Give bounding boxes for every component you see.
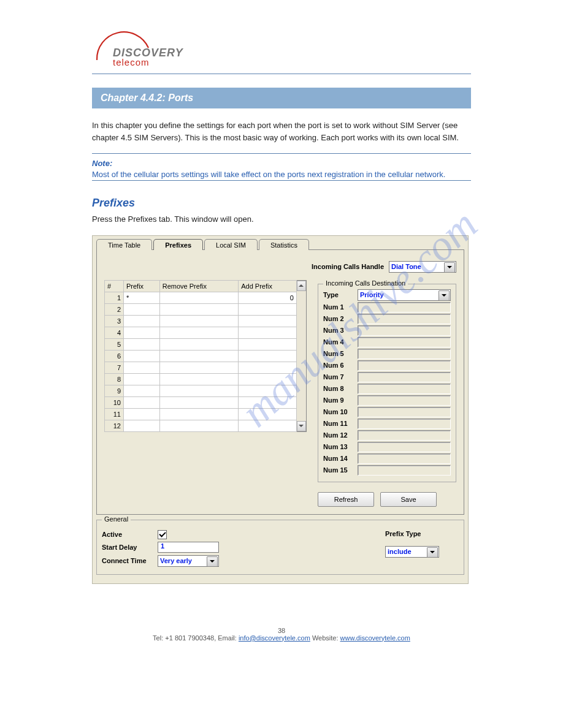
start-delay-input[interactable]: 1 bbox=[158, 542, 219, 553]
dest-num-field[interactable] bbox=[358, 302, 451, 313]
scrollbar[interactable] bbox=[297, 280, 307, 432]
cell-prefix[interactable] bbox=[124, 385, 160, 396]
cell-remove-prefix[interactable] bbox=[159, 420, 238, 431]
dest-num-field[interactable] bbox=[358, 453, 451, 464]
cell-add-prefix[interactable] bbox=[239, 385, 297, 396]
dest-num-field[interactable] bbox=[358, 360, 451, 371]
cell-remove-prefix[interactable] bbox=[159, 362, 238, 373]
table-row[interactable]: 7 bbox=[105, 362, 297, 373]
cell-add-prefix[interactable] bbox=[239, 420, 297, 431]
footer-email-link[interactable]: info@discoverytele.com bbox=[239, 634, 310, 642]
cell-prefix[interactable] bbox=[124, 303, 160, 315]
scroll-up-icon[interactable] bbox=[297, 281, 306, 291]
tab-statistics[interactable]: Statistics bbox=[259, 239, 309, 250]
chevron-down-icon bbox=[427, 547, 438, 558]
dest-num-label: Num 9 bbox=[323, 396, 354, 404]
page-footer: 38 Tel: +1 801 7900348, Email: info@disc… bbox=[92, 627, 471, 642]
cell-remove-prefix[interactable] bbox=[159, 292, 238, 303]
table-row[interactable]: 5 bbox=[105, 338, 297, 350]
incoming-calls-handle-select[interactable]: Dial Tone bbox=[389, 261, 456, 273]
cell-add-prefix[interactable] bbox=[239, 350, 297, 362]
row-number: 10 bbox=[105, 396, 124, 408]
save-button[interactable]: Save bbox=[380, 492, 437, 507]
cell-prefix[interactable] bbox=[124, 420, 160, 431]
cell-remove-prefix[interactable] bbox=[159, 350, 238, 362]
dest-num-field[interactable] bbox=[358, 419, 451, 429]
cell-remove-prefix[interactable] bbox=[159, 327, 238, 338]
cell-add-prefix[interactable] bbox=[239, 408, 297, 420]
cell-add-prefix[interactable] bbox=[239, 315, 297, 327]
config-panel: Time Table Prefixes Local SIM Statistics… bbox=[92, 235, 469, 584]
scroll-down-icon[interactable] bbox=[297, 421, 306, 431]
row-number: 1 bbox=[105, 292, 124, 303]
dest-num-field[interactable] bbox=[358, 430, 451, 441]
cell-remove-prefix[interactable] bbox=[159, 385, 238, 396]
cell-remove-prefix[interactable] bbox=[159, 396, 238, 408]
cell-prefix[interactable] bbox=[124, 362, 160, 373]
cell-add-prefix[interactable] bbox=[239, 396, 297, 408]
cell-prefix[interactable] bbox=[124, 408, 160, 420]
cell-remove-prefix[interactable] bbox=[159, 338, 238, 350]
cell-prefix[interactable] bbox=[124, 396, 160, 408]
table-row[interactable]: 11 bbox=[105, 408, 297, 420]
connect-time-value: Very early bbox=[160, 557, 192, 564]
dest-type-value: Priority bbox=[360, 291, 384, 298]
cell-prefix[interactable] bbox=[124, 327, 160, 338]
dest-num-field[interactable] bbox=[358, 442, 451, 452]
cell-add-prefix[interactable]: 0 bbox=[239, 292, 297, 303]
row-number: 5 bbox=[105, 338, 124, 350]
tab-time-table[interactable]: Time Table bbox=[96, 239, 152, 250]
cell-add-prefix[interactable] bbox=[239, 327, 297, 338]
dest-num-field[interactable] bbox=[358, 372, 451, 382]
dest-num-field[interactable] bbox=[358, 314, 451, 324]
footer-email-label: Email: bbox=[218, 634, 237, 642]
dest-num-field[interactable] bbox=[358, 384, 451, 394]
table-row[interactable]: 8 bbox=[105, 373, 297, 385]
cell-remove-prefix[interactable] bbox=[159, 408, 238, 420]
general-group: General Active Start Delay 1 bbox=[96, 520, 464, 575]
table-row[interactable]: 6 bbox=[105, 350, 297, 362]
dest-num-field[interactable] bbox=[358, 349, 451, 359]
refresh-button[interactable]: Refresh bbox=[318, 492, 374, 507]
dest-num-field[interactable] bbox=[358, 465, 451, 476]
cell-remove-prefix[interactable] bbox=[159, 373, 238, 385]
cell-add-prefix[interactable] bbox=[239, 338, 297, 350]
cell-add-prefix[interactable] bbox=[239, 362, 297, 373]
dest-num-field[interactable] bbox=[358, 395, 451, 406]
prefix-type-select[interactable]: include bbox=[385, 546, 439, 558]
table-row[interactable]: 4 bbox=[105, 327, 297, 338]
footer-tel: +1 801 7900348 bbox=[165, 634, 214, 642]
cell-remove-prefix[interactable] bbox=[159, 303, 238, 315]
cell-prefix[interactable] bbox=[124, 315, 160, 327]
table-row[interactable]: 12 bbox=[105, 420, 297, 431]
tab-prefixes[interactable]: Prefixes bbox=[153, 239, 203, 250]
cell-remove-prefix[interactable] bbox=[159, 315, 238, 327]
dest-number-row: Num 15 bbox=[323, 465, 451, 476]
active-checkbox[interactable] bbox=[158, 530, 167, 539]
cell-prefix[interactable] bbox=[124, 338, 160, 350]
tab-local-sim[interactable]: Local SIM bbox=[204, 239, 258, 250]
dest-number-row: Num 4 bbox=[323, 337, 451, 347]
table-row[interactable]: 10 bbox=[105, 396, 297, 408]
dest-num-field[interactable] bbox=[358, 407, 451, 417]
cell-prefix[interactable]: * bbox=[124, 292, 160, 303]
table-row[interactable]: 3 bbox=[105, 315, 297, 327]
cell-add-prefix[interactable] bbox=[239, 303, 297, 315]
table-row[interactable]: 2 bbox=[105, 303, 297, 315]
connect-time-label: Connect Time bbox=[102, 557, 154, 564]
connect-time-select[interactable]: Very early bbox=[158, 555, 219, 567]
table-row[interactable]: 9 bbox=[105, 385, 297, 396]
cell-add-prefix[interactable] bbox=[239, 373, 297, 385]
dest-number-row: Num 3 bbox=[323, 325, 451, 336]
dest-num-field[interactable] bbox=[358, 325, 451, 336]
dest-num-field[interactable] bbox=[358, 337, 451, 347]
table-row[interactable]: 1*0 bbox=[105, 292, 297, 303]
cell-prefix[interactable] bbox=[124, 350, 160, 362]
cell-prefix[interactable] bbox=[124, 373, 160, 385]
col-number: # bbox=[105, 280, 124, 292]
footer-site-link[interactable]: www.discoverytele.com bbox=[340, 634, 410, 642]
prefix-type-value: include bbox=[388, 548, 412, 555]
prefix-table[interactable]: # Prefix Remove Prefix Add Prefix 1*0234… bbox=[104, 280, 297, 432]
dest-type-select[interactable]: Priority bbox=[358, 289, 451, 301]
dest-num-label: Num 3 bbox=[323, 327, 354, 334]
